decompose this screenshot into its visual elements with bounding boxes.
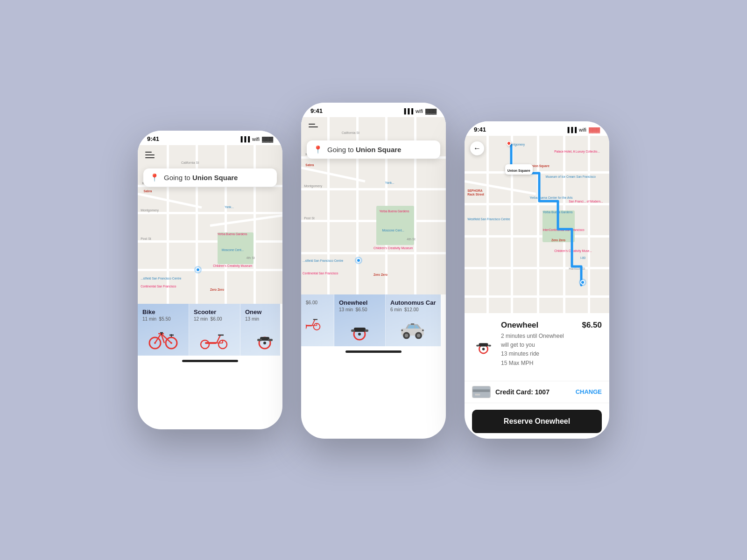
status-icons-center: ▐▐▐ wifi ▓▓▓ [402, 108, 437, 114]
svg-rect-30 [354, 328, 366, 332]
phone-center: 9:41 ▐▐▐ wifi ▓▓▓ Kearny St California S… [301, 103, 446, 439]
vehicles-row-center: $6.00 Onewheel 13 min [301, 294, 446, 346]
status-bar-center: 9:41 ▐▐▐ wifi ▓▓▓ [301, 103, 446, 117]
status-icons-right: ▐▐▐ wifi ▓▓▓ [566, 127, 600, 133]
onewheel-icon [250, 327, 275, 350]
time-right: 9:41 [474, 126, 486, 133]
vehicle-stats-autocar: 6 min $12.00 [390, 307, 436, 312]
map-area-right: Montgomery Union Square Palace Hotel, A … [465, 136, 609, 313]
time-left: 9:41 [147, 135, 159, 142]
svg-rect-11 [205, 342, 217, 344]
bottom-sheet-left: Bike 11 min $5.50 [138, 304, 282, 356]
svg-rect-45 [488, 345, 491, 347]
detail-panel: Onewheel $6.50 2 minutes until Onewheel … [465, 313, 609, 381]
wifi-icon-r: wifi [579, 127, 586, 133]
vehicle-stats-bike: 11 min $5.50 [142, 316, 184, 322]
search-bar-left[interactable]: 📍 Going to Union Square [143, 168, 277, 187]
signal-icon-c: ▐▐▐ [402, 108, 413, 114]
onewheel-detail-icon [472, 332, 495, 356]
map-area-center: Kearny St California St Montgomery Post … [301, 117, 446, 294]
onewheel-icon-center [345, 317, 375, 341]
svg-point-21 [306, 323, 306, 330]
payment-label: Credit Card: 1007 [495, 388, 571, 396]
reserve-button[interactable]: Reserve Onewheel [472, 410, 602, 433]
svg-point-37 [417, 334, 420, 337]
bike-image [142, 325, 184, 351]
vehicle-card-autocar[interactable]: Autonomus Car 6 min $12.00 [386, 294, 441, 346]
notch-right [511, 121, 563, 131]
wifi-icon: wifi [252, 136, 260, 142]
credit-card-icon [472, 386, 490, 398]
pin-icon-center: 📍 [313, 145, 323, 154]
battery-icon-c: ▓▓▓ [425, 108, 437, 114]
svg-rect-19 [257, 339, 262, 341]
status-bar-right: 9:41 ▐▐▐ wifi ▓▓▓ [465, 121, 609, 136]
destination-text-center: Going to Union Square [327, 146, 401, 154]
hamburger-line1 [145, 152, 152, 153]
scooter-image [194, 325, 235, 351]
wifi-icon-c: wifi [416, 108, 423, 114]
hamburger-c-line1 [309, 124, 315, 125]
status-icons-left: ▐▐▐ wifi ▓▓▓ [239, 136, 273, 142]
time-center: 9:41 [310, 107, 323, 114]
battery-icon: ▓▓▓ [262, 136, 273, 142]
vehicle-name-autocar: Autonomus Car [390, 299, 436, 306]
vehicle-stats-scooter: 12 min $6.00 [194, 316, 235, 322]
card-icon [472, 386, 491, 398]
phone-left: 9:41 ▐▐▐ wifi ▓▓▓ Kearny St California S… [138, 131, 282, 429]
detail-header: Onewheel $6.50 2 minutes until Onewheel … [472, 321, 602, 368]
bottom-sheet-center: $6.00 Onewheel 13 min [301, 294, 446, 346]
map-bg-right: Montgomery Union Square Palace Hotel, A … [465, 136, 609, 313]
hamburger-line3 [145, 157, 155, 158]
hamburger-center[interactable] [309, 124, 318, 127]
vehicle-card-onewheel[interactable]: Onewheel 13 min $6.50 [334, 294, 386, 346]
svg-point-35 [405, 334, 408, 337]
scooter-partial-icon [306, 313, 322, 331]
svg-rect-31 [351, 329, 355, 332]
vehicle-name-scooter: Scooter [194, 308, 235, 315]
map-area-left: Kearny St California St Montgomery Post … [138, 145, 282, 304]
change-button[interactable]: CHANGE [576, 388, 602, 395]
hamburger-c-line2 [309, 126, 318, 127]
scooter-partial-image [306, 309, 329, 335]
payment-row: Credit Card: 1007 CHANGE [465, 381, 609, 403]
svg-rect-32 [365, 329, 368, 332]
vehicle-name-one: Onew [245, 308, 275, 315]
signal-icon-r: ▐▐▐ [566, 127, 577, 133]
home-bar-center [345, 350, 402, 353]
vehicle-card-onewheel-partial[interactable]: Onew 13 min [240, 304, 280, 356]
notch-center [348, 103, 399, 112]
vehicles-row-left: Bike 11 min $5.50 [138, 304, 282, 356]
svg-point-38 [402, 329, 403, 331]
svg-rect-20 [268, 339, 273, 341]
svg-rect-48 [475, 393, 480, 395]
detail-vehicle-price: $6.50 [582, 321, 602, 330]
svg-point-17 [263, 342, 266, 344]
vehicle-partial-stats: $6.00 [306, 300, 329, 305]
vehicle-card-scooter[interactable]: Scooter 12 min $6.00 [189, 304, 240, 356]
vehicle-name-onewheel: Onewheel [339, 299, 381, 306]
bike-icon [148, 327, 178, 350]
search-bar-center[interactable]: 📍 Going to Union Square [307, 140, 440, 159]
hamburger-left[interactable] [145, 152, 155, 158]
vehicle-card-partial[interactable]: $6.00 [301, 294, 334, 346]
phone-right: 9:41 ▐▐▐ wifi ▓▓▓ Montgomery Union Squar… [465, 121, 609, 439]
status-bar-left: 9:41 ▐▐▐ wifi ▓▓▓ [138, 131, 282, 145]
vehicle-card-bike[interactable]: Bike 11 min $5.50 [138, 304, 189, 356]
back-icon: ← [473, 144, 481, 153]
svg-point-39 [422, 329, 424, 331]
svg-rect-23 [306, 325, 312, 326]
svg-rect-47 [473, 389, 490, 392]
home-indicator-left [138, 356, 282, 366]
scooter-icon [199, 327, 230, 350]
notch-left [184, 131, 236, 140]
svg-rect-40 [411, 323, 414, 324]
detail-info: Onewheel $6.50 2 minutes until Onewheel … [501, 321, 602, 368]
svg-point-42 [482, 348, 485, 350]
hamburger-line2 [145, 154, 155, 155]
onewheel-image [339, 316, 381, 342]
back-button[interactable]: ← [470, 141, 484, 155]
car-icon [398, 317, 428, 341]
vehicle-stats-onewheel: 13 min $6.50 [339, 307, 381, 312]
home-bar-left [182, 360, 238, 362]
